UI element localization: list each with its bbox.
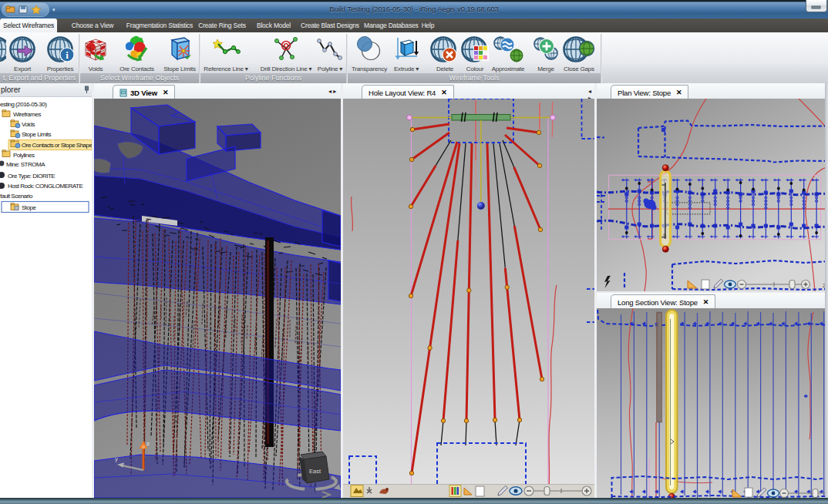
svg-text:Wireframes: Wireframes — [13, 111, 41, 118]
svg-text:Voids: Voids — [22, 121, 35, 128]
svg-text:esting (2016-05-30): esting (2016-05-30) — [0, 101, 47, 108]
svg-text:i: i — [66, 49, 69, 61]
svg-text:Ore Type: DIORITE: Ore Type: DIORITE — [8, 173, 55, 180]
svg-text:Stope Limits: Stope Limits — [22, 131, 52, 138]
svg-text:East: East — [309, 468, 321, 475]
svg-text:Stope: Stope — [22, 204, 36, 211]
svg-text:Ore Contacts or Stope Shapes: Ore Contacts or Stope Shapes — [22, 142, 92, 149]
svg-text:Mine: STROMA: Mine: STROMA — [6, 161, 45, 168]
svg-text:y: y — [115, 455, 118, 462]
svg-text:fault Scenario: fault Scenario — [0, 193, 33, 200]
svg-text:z: z — [146, 440, 150, 447]
svg-text:Host Rock: CONGLOMERATE: Host Rock: CONGLOMERATE — [8, 183, 82, 190]
svg-text:Polylines: Polylines — [13, 152, 35, 159]
